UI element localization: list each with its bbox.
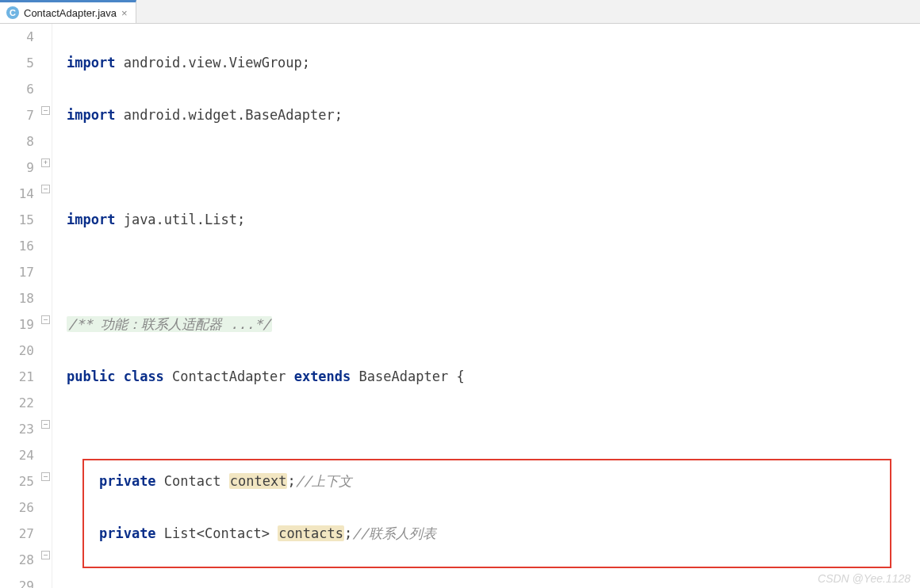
code-line: import android.widget.BaseAdapter;	[67, 102, 920, 128]
code-line: import android.view.ViewGroup;	[67, 50, 920, 76]
code-editor[interactable]: 4 5 6 7 8 9 14 15 16 17 18 19 20 21 22 2…	[0, 24, 920, 588]
fold-icon[interactable]: –	[41, 185, 50, 193]
java-class-icon: C	[6, 6, 19, 19]
code-line: /** 功能：联系人适配器 ...*/	[67, 311, 920, 338]
fold-icon[interactable]: –	[41, 420, 50, 429]
code-line	[67, 155, 920, 181]
code-area[interactable]: import android.view.ViewGroup; import an…	[52, 24, 920, 588]
fold-icon[interactable]: –	[41, 315, 50, 324]
tab-filename: ContactAdapter.java	[24, 7, 117, 19]
fold-strip: – + – – – – –	[39, 24, 52, 588]
file-tab[interactable]: C ContactAdapter.java ×	[0, 0, 136, 23]
editor-tabbar: C ContactAdapter.java ×	[0, 0, 920, 24]
fold-icon[interactable]: –	[41, 472, 50, 481]
line-gutter: 4 5 6 7 8 9 14 15 16 17 18 19 20 21 22 2…	[0, 24, 52, 588]
fold-icon[interactable]: –	[41, 551, 50, 559]
close-icon[interactable]: ×	[121, 7, 128, 19]
code-line	[67, 416, 920, 442]
code-line: private Contact context;//上下文	[67, 468, 920, 494]
code-line	[67, 259, 920, 285]
code-line	[67, 573, 920, 588]
code-line: import java.util.List;	[67, 207, 920, 233]
fold-icon[interactable]: +	[41, 158, 50, 167]
watermark: CSDN @Yee.1128	[818, 572, 910, 585]
code-line: public class ContactAdapter extends Base…	[67, 364, 920, 390]
code-line: private List<Contact> contacts;//联系人列表	[67, 521, 920, 547]
fold-icon[interactable]: –	[41, 106, 50, 115]
